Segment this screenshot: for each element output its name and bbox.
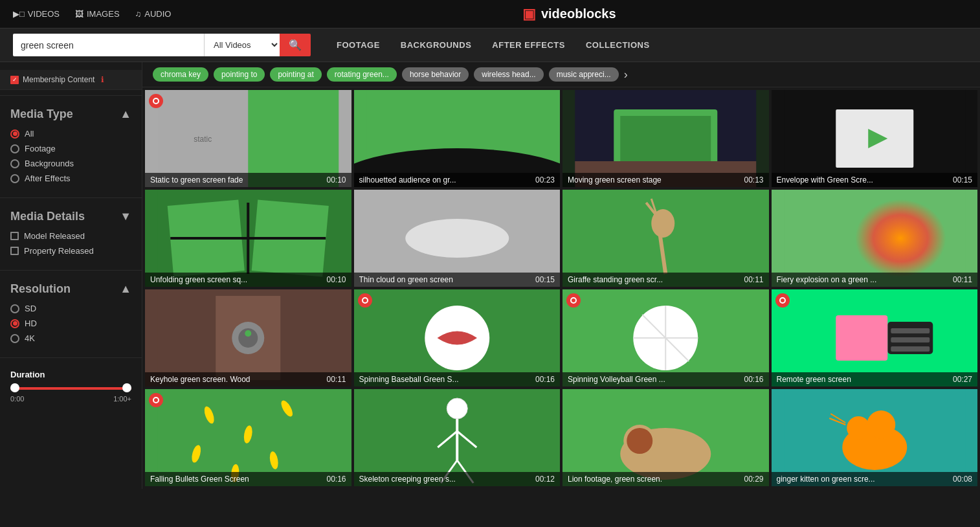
chip-wireless-head[interactable]: wireless head... (474, 67, 543, 82)
main-content: chroma key pointing to pointing at rotat… (142, 62, 980, 489)
video-title: Giraffe standing green scr... (568, 275, 663, 284)
video-title: Falling Bullets Green Screen (150, 475, 249, 484)
video-title: ginger kitten on green scre... (777, 475, 875, 484)
logo-icon: ▣ (522, 6, 536, 23)
sidebar-item-model-released[interactable]: Model Released (10, 229, 131, 243)
sidebar-item-4k[interactable]: 4K (10, 331, 131, 346)
chip-chroma-key[interactable]: chroma key (153, 67, 208, 82)
tab-footage[interactable]: FOOTAGE (326, 35, 390, 55)
video-title: silhouetted audience on gr... (359, 175, 456, 185)
chip-horse-behavior[interactable]: horse behavior (402, 67, 469, 82)
video-card[interactable]: Lion footage, green screen.00:29 (562, 389, 769, 486)
video-duration: 00:16 (326, 475, 346, 484)
video-card[interactable]: Remote green screen00:27 (772, 289, 978, 387)
duration-slider[interactable] (10, 387, 131, 390)
video-duration: 00:08 (953, 475, 972, 484)
logo[interactable]: ▣ videoblocks (522, 6, 616, 23)
video-card[interactable]: static Static to green screen fade00:10 (145, 90, 351, 187)
video-card[interactable]: silhouetted audience on gr...00:23 (354, 90, 561, 187)
video-icon: ▶□ (13, 9, 25, 19)
video-card[interactable]: Fiery explosion on a green ...00:11 (772, 190, 978, 287)
search-button[interactable]: 🔍 (280, 34, 311, 56)
radio-backgrounds (10, 159, 19, 168)
video-title: Unfolding green screen sq... (150, 275, 247, 284)
audio-icon: ♫ (135, 9, 142, 19)
search-bar: All Videos Footage Backgrounds After Eff… (0, 28, 980, 62)
chip-pointing-to[interactable]: pointing to (214, 67, 265, 82)
svg-rect-42 (891, 328, 930, 333)
slider-thumb-left[interactable] (10, 383, 19, 392)
membership-checkbox[interactable] (10, 76, 19, 84)
video-card[interactable]: Unfolding green screen sq...00:10 (145, 190, 351, 287)
sidebar-item-property-released[interactable]: Property Released (10, 243, 131, 258)
radio-sd (10, 304, 19, 313)
radio-4k (10, 334, 19, 343)
tab-after-effects[interactable]: AFTER EFFECTS (482, 35, 575, 55)
chips-next-arrow[interactable]: › (624, 68, 628, 82)
svg-point-54 (447, 398, 467, 419)
video-caption: Skeleton creeping green s...00:12 (354, 472, 561, 486)
video-card[interactable]: ginger kitten on green scre...00:08 (772, 389, 978, 486)
chip-music-appreci[interactable]: music appreci... (549, 67, 619, 82)
nav-videos[interactable]: ▶□ VIDEOS (13, 9, 60, 19)
video-caption: Moving green screen stage00:13 (562, 173, 769, 187)
sidebar-item-after-effects[interactable]: After Effects (10, 171, 131, 186)
slider-min-label: 0:00 (10, 395, 24, 403)
video-title: Thin cloud on green screen (359, 275, 453, 284)
video-duration: 00:29 (744, 475, 763, 484)
video-card[interactable]: Spinning Volleyball Green ...00:16 (562, 289, 769, 387)
nav-tabs: FOOTAGE BACKGROUNDS AFTER EFFECTS COLLEC… (326, 35, 660, 55)
checkbox-property-released[interactable] (10, 247, 19, 255)
svg-point-20 (405, 219, 509, 258)
svg-rect-9 (620, 116, 711, 161)
nav-audio[interactable]: ♫ AUDIO (135, 9, 172, 19)
video-membership-badge (358, 293, 372, 308)
chip-rotating-green[interactable]: rotating green... (327, 67, 397, 82)
nav-images[interactable]: 🖼 IMAGES (75, 9, 120, 19)
media-details-chevron-icon[interactable]: ▼ (120, 210, 131, 223)
search-type-select[interactable]: All Videos Footage Backgrounds After Eff… (204, 34, 280, 56)
video-title: Moving green screen stage (568, 175, 662, 185)
search-input-wrap: All Videos Footage Backgrounds After Eff… (13, 34, 311, 56)
chip-pointing-at[interactable]: pointing at (270, 67, 321, 82)
video-caption: Spinning Volleyball Green ...00:16 (562, 372, 769, 387)
badge-icon (779, 297, 786, 304)
video-grid: static Static to green screen fade00:10 … (142, 87, 980, 489)
sidebar-item-sd[interactable]: SD (10, 301, 131, 316)
video-caption: Fiery explosion on a green ...00:11 (772, 273, 978, 287)
video-card[interactable]: Envelope with Green Scre...00:15 (772, 90, 978, 187)
video-card[interactable]: Falling Bullets Green Screen00:16 (145, 389, 351, 486)
slider-thumb-right[interactable] (122, 383, 131, 392)
membership-info-icon[interactable]: ℹ (101, 75, 104, 84)
radio-footage (10, 144, 19, 153)
video-card[interactable]: Spinning Baseball Green S...00:16 (354, 289, 561, 387)
video-card[interactable]: Thin cloud on green screen00:15 (354, 190, 561, 287)
video-caption: Spinning Baseball Green S...00:16 (354, 372, 561, 387)
logo-text: videoblocks (541, 6, 616, 21)
radio-hd (10, 319, 19, 328)
sidebar-item-hd[interactable]: HD (10, 316, 131, 331)
sidebar-resolution: Resolution ▲ SD HD 4K (0, 276, 142, 352)
video-duration: 00:16 (535, 375, 555, 384)
sidebar-item-footage[interactable]: Footage (10, 141, 131, 156)
svg-rect-45 (836, 315, 887, 361)
video-duration: 00:11 (326, 375, 346, 384)
resolution-chevron-icon[interactable]: ▲ (120, 282, 131, 296)
sidebar-media-type: Media Type ▲ All Footage Backgrounds Aft… (0, 101, 142, 192)
video-caption: Falling Bullets Green Screen00:16 (145, 472, 351, 486)
video-card[interactable]: Keyhole green screen. Wood00:11 (145, 289, 351, 387)
video-card[interactable]: Moving green screen stage00:13 (562, 90, 769, 187)
checkbox-model-released[interactable] (10, 232, 19, 240)
video-card[interactable]: Skeleton creeping green s...00:12 (354, 389, 561, 486)
search-input[interactable] (13, 34, 204, 56)
tab-backgrounds[interactable]: BACKGROUNDS (390, 35, 482, 55)
video-card[interactable]: Giraffe standing green scr...00:11 (562, 190, 769, 287)
video-duration: 00:11 (744, 275, 763, 284)
svg-rect-44 (891, 346, 930, 352)
sidebar-item-all[interactable]: All (10, 126, 131, 141)
tab-collections[interactable]: COLLECTIONS (575, 35, 660, 55)
media-type-chevron-icon[interactable]: ▲ (120, 107, 131, 121)
sidebar-item-backgrounds[interactable]: Backgrounds (10, 156, 131, 171)
video-caption: silhouetted audience on gr...00:23 (354, 173, 561, 187)
sidebar: Membership Content ℹ Media Type ▲ All Fo… (0, 62, 142, 489)
